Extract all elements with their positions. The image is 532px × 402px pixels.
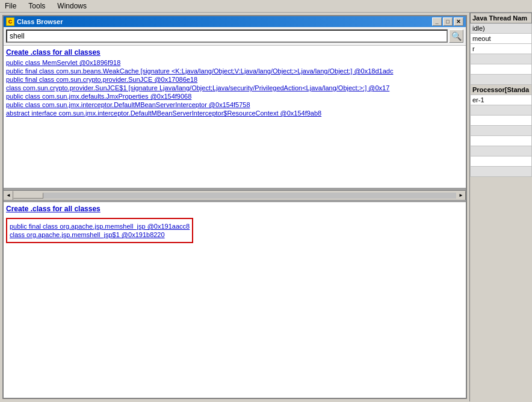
class-link-1[interactable]: public final class com.sun.beans.WeakCac…: [6, 67, 463, 75]
thread-row-b6: [471, 167, 532, 177]
menubar: File Tools Windows: [0, 0, 532, 13]
search-button[interactable]: 🔍: [449, 29, 463, 43]
minimize-button[interactable]: _: [432, 17, 442, 26]
thread-table: Java Thread Nam idle) meout r: [470, 13, 532, 177]
search-input[interactable]: [6, 29, 448, 43]
menu-windows[interactable]: Windows: [55, 1, 89, 11]
menu-file[interactable]: File: [2, 1, 19, 11]
titlebar-buttons: _ □ ✕: [432, 17, 463, 26]
menu-tools[interactable]: Tools: [26, 1, 48, 11]
thread-row-b4: [471, 146, 532, 156]
content-wrapper: Create .class for all classes public cla…: [4, 46, 466, 398]
thread-row-b2: [471, 126, 532, 136]
class-link-5[interactable]: public class com.sun.jmx.interceptor.Def…: [6, 101, 463, 108]
search-bar: 🔍: [4, 27, 466, 46]
thread-row-b3: [471, 136, 532, 146]
create-all-link-bottom[interactable]: Create .class for all classes: [6, 205, 463, 213]
maximize-button[interactable]: □: [443, 17, 453, 26]
highlighted-class-0[interactable]: public final class org.apache.jsp.memshe…: [10, 223, 190, 230]
results-top: Create .class for all classes public cla…: [4, 46, 466, 190]
thread-row-1: meout: [471, 34, 532, 44]
create-all-link-top[interactable]: Create .class for all classes: [6, 48, 463, 57]
scroll-right-arrow[interactable]: ►: [456, 191, 466, 200]
scroll-left-arrow[interactable]: ◄: [4, 191, 13, 200]
thread-row-0: idle): [471, 23, 532, 34]
class-link-3[interactable]: class com.sun.crypto.provider.SunJCE$1 […: [6, 84, 463, 91]
thread-row-b1: [471, 116, 532, 126]
thread-row-4: [471, 64, 532, 75]
thread-row-5: [471, 75, 532, 85]
window-icon: C: [6, 17, 14, 26]
class-link-2[interactable]: public final class com.sun.crypto.provid…: [6, 76, 463, 83]
thread-row-er1: er-1: [471, 95, 532, 105]
highlight-box: public final class org.apache.jsp.memshe…: [6, 218, 193, 243]
class-link-6[interactable]: abstract interface com.sun.jmx.intercept…: [6, 110, 463, 117]
thread-row-2: r: [471, 44, 532, 54]
class-link-0[interactable]: public class MemServlet @0x1896f918: [6, 59, 463, 66]
class-browser-window: C Class Browser _ □ ✕ 🔍 Create .class fo…: [2, 15, 467, 399]
close-button[interactable]: ✕: [454, 17, 463, 26]
right-panel: Java Thread Nam idle) meout r: [469, 13, 532, 401]
class-browser-titlebar: C Class Browser _ □ ✕: [4, 16, 466, 27]
window-title: Class Browser: [17, 18, 63, 25]
horizontal-scrollbar-top[interactable]: ◄ ►: [4, 190, 466, 200]
titlebar-left: C Class Browser: [6, 17, 63, 26]
scroll-thumb-top[interactable]: [13, 193, 43, 199]
results-bottom: Create .class for all classes public fin…: [4, 202, 466, 398]
main-container: C Class Browser _ □ ✕ 🔍 Create .class fo…: [0, 13, 532, 401]
thread-row-b0: [471, 105, 532, 116]
thread-row-3: [471, 54, 532, 64]
thread-row-b5: [471, 156, 532, 167]
left-panel: C Class Browser _ □ ✕ 🔍 Create .class fo…: [0, 13, 469, 401]
processor-header: Processor[Standa: [471, 85, 532, 95]
scroll-track-top[interactable]: [13, 193, 456, 199]
class-link-4[interactable]: public class com.sun.jmx.defaults.JmxPro…: [6, 93, 463, 100]
thread-header: Java Thread Nam: [471, 13, 532, 23]
highlighted-class-1[interactable]: class org.apache.jsp.memshell_jsp$1 @0x1…: [10, 231, 190, 238]
